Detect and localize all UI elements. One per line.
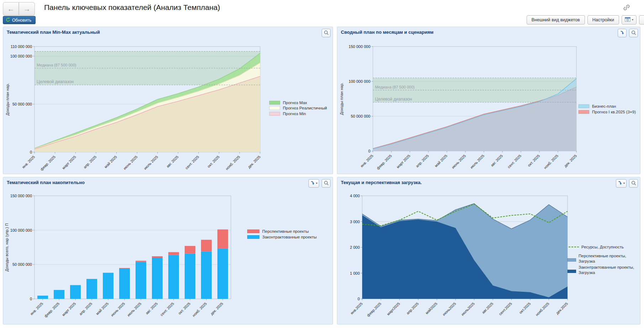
svg-text:май 2025: май 2025 (103, 155, 118, 169)
svg-text:окт. 2025: окт. 2025 (206, 155, 220, 168)
svg-text:Медиана (87 500 000): Медиана (87 500 000) (375, 85, 415, 89)
svg-text:100 000 000: 100 000 000 (10, 54, 32, 58)
svg-text:июнь2025: июнь2025 (442, 301, 457, 317)
cut-off-button[interactable] (639, 15, 644, 25)
widget-load: Текущая и перспективная загрузка. ▾ 4 00… (337, 177, 640, 324)
svg-text:март 2025: март 2025 (61, 301, 77, 317)
widget-thematic-min-max: Тематический план Min-Max актуальный 110… (3, 27, 333, 174)
svg-text:июль 2025: июль 2025 (126, 301, 142, 317)
magnifier-icon (631, 181, 636, 187)
svg-text:янв. 2025: янв. 2025 (29, 301, 44, 316)
chart-load-areas: 4 0003 0002 0001 0000янв.2025февр.2025ма… (337, 187, 640, 324)
zoom-widget-button[interactable] (629, 179, 638, 188)
widgets-appearance-button[interactable]: Внешний вид виджетов (527, 15, 585, 25)
refresh-button[interactable]: Обновить (3, 16, 36, 24)
dashboard-menu-button[interactable]: ▾ (622, 15, 637, 25)
settings-button[interactable]: Настройки (587, 15, 619, 25)
link-icon[interactable] (623, 4, 630, 11)
widget-header: Текущая и перспективная загрузка. ▾ (337, 177, 640, 187)
chart-min-max: 110 000 000100 000 00050 000 0000Медиана… (3, 37, 333, 174)
svg-text:Прогноз Max: Прогноз Max (283, 101, 307, 105)
svg-text:июнь 2025: июнь 2025 (110, 301, 126, 317)
drill-widget-button[interactable]: ▾ (308, 179, 319, 188)
svg-text:Законтрактованные проекты,: Законтрактованные проекты, (579, 265, 634, 269)
svg-text:нояб. 2025: нояб. 2025 (191, 301, 208, 318)
svg-text:окт.2025: окт.2025 (518, 301, 531, 314)
svg-text:50 000 000: 50 000 000 (12, 262, 32, 267)
arrow-right-icon: → (23, 5, 31, 13)
back-button[interactable]: ← (3, 2, 19, 16)
svg-text:3 000: 3 000 (350, 220, 360, 224)
widget-header: Сводный план по месяцам и сценариям (337, 27, 640, 37)
page-title: Панель ключевых показателей (Анализ Темп… (44, 3, 220, 12)
zoom-widget-button[interactable] (629, 29, 638, 37)
svg-text:апр. 2025: апр. 2025 (83, 155, 97, 170)
drill-widget-button[interactable] (618, 29, 627, 37)
svg-text:март 2025: март 2025 (396, 154, 411, 169)
svg-text:февр. 2025: февр. 2025 (39, 155, 57, 172)
svg-text:янв. 2025: янв. 2025 (359, 154, 374, 168)
zoom-widget-button[interactable] (322, 29, 331, 37)
nav-arrows: ← → (3, 2, 35, 16)
svg-text:июнь 2025: июнь 2025 (122, 155, 138, 171)
svg-text:150 000 000: 150 000 000 (10, 194, 32, 198)
svg-text:нояб. 2025: нояб. 2025 (543, 154, 559, 170)
svg-text:дек. 2025: дек. 2025 (247, 155, 262, 169)
svg-text:февр. 2025: февр. 2025 (376, 154, 393, 171)
chevron-down-icon: ▾ (623, 182, 625, 185)
forward-button[interactable]: → (19, 2, 35, 16)
svg-text:июль2025: июль2025 (460, 301, 475, 317)
blue-curved-arrow-icon (618, 181, 622, 186)
svg-text:Медиана (87 500 000): Медиана (87 500 000) (37, 63, 76, 67)
svg-text:50 000 000: 50 000 000 (351, 114, 370, 118)
svg-text:Целевой диапазон: Целевой диапазон (375, 97, 412, 102)
svg-text:апр. 2025: апр. 2025 (415, 154, 430, 168)
widget-title: Тематический план Min-Max актуальный (7, 29, 100, 35)
svg-text:Перспективные проекты: Перспективные проекты (262, 229, 309, 233)
magnifier-icon (631, 30, 636, 36)
svg-text:100 000 000: 100 000 000 (349, 79, 370, 84)
svg-text:Законтрактованные проекты: Законтрактованные проекты (262, 235, 317, 239)
svg-text:Перспективные проекты,: Перспективные проекты, (579, 254, 626, 258)
svg-text:сент. 2025: сент. 2025 (159, 301, 175, 317)
widget-header: Тематический план накопительно ▾ (3, 177, 333, 187)
svg-text:Прогноз Min: Прогноз Min (283, 112, 306, 116)
chevron-down-icon: ▾ (632, 18, 633, 21)
refresh-label: Обновить (12, 18, 31, 23)
widget-summary-plan: Сводный план по месяцам и сценариям 150 … (337, 27, 640, 174)
svg-text:дек. 2025: дек. 2025 (563, 154, 578, 168)
svg-text:Доходы всего, нар (упр.) П: Доходы всего, нар (упр.) П (5, 223, 9, 271)
svg-text:0: 0 (30, 150, 32, 154)
widget-thematic-cumulative: Тематический план накопительно ▾ 150 000… (3, 177, 333, 324)
svg-text:4 000: 4 000 (350, 194, 360, 198)
svg-text:0: 0 (368, 149, 370, 153)
toolbar-right-group: Внешний вид виджетов Настройки ▾ (527, 15, 641, 25)
arrow-left-icon: ← (7, 5, 15, 13)
svg-text:0: 0 (358, 297, 360, 301)
chart-summary: 150 000 000100 000 00050 000 0000Медиана… (337, 37, 640, 174)
svg-text:авг.2025: авг.2025 (481, 301, 494, 314)
svg-text:февр.2025: февр.2025 (366, 301, 382, 317)
chevron-down-icon: ▾ (316, 182, 317, 185)
svg-text:дек.2025: дек.2025 (555, 301, 569, 315)
svg-text:сент. 2025: сент. 2025 (507, 154, 522, 169)
svg-text:сент.2025: сент.2025 (498, 301, 513, 316)
svg-text:апр. 2025: апр. 2025 (78, 301, 93, 316)
zoom-widget-button[interactable] (322, 179, 331, 188)
svg-text:май2025: май2025 (424, 301, 438, 315)
svg-text:Загрузка: Загрузка (579, 259, 595, 263)
drill-widget-button[interactable]: ▾ (616, 179, 627, 188)
svg-text:янв.2025: янв.2025 (349, 301, 363, 315)
svg-text:июль 2025: июль 2025 (143, 155, 159, 171)
svg-text:Доходы план нар.: Доходы план нар. (339, 82, 344, 115)
svg-text:нояб.2025: нояб.2025 (534, 301, 550, 317)
magnifier-icon (324, 30, 329, 36)
svg-text:2 000: 2 000 (350, 245, 360, 249)
svg-text:Целевой диапазон: Целевой диапазон (37, 79, 74, 84)
svg-text:100 000 000: 100 000 000 (10, 228, 32, 232)
svg-text:110 000 000: 110 000 000 (11, 44, 32, 49)
svg-text:июль 2025: июль 2025 (469, 154, 485, 170)
svg-text:авг. 2025: авг. 2025 (144, 301, 158, 315)
svg-text:Ресурсы, Доступность: Ресурсы, Доступность (581, 245, 624, 249)
svg-text:февр. 2025: февр. 2025 (43, 301, 60, 318)
